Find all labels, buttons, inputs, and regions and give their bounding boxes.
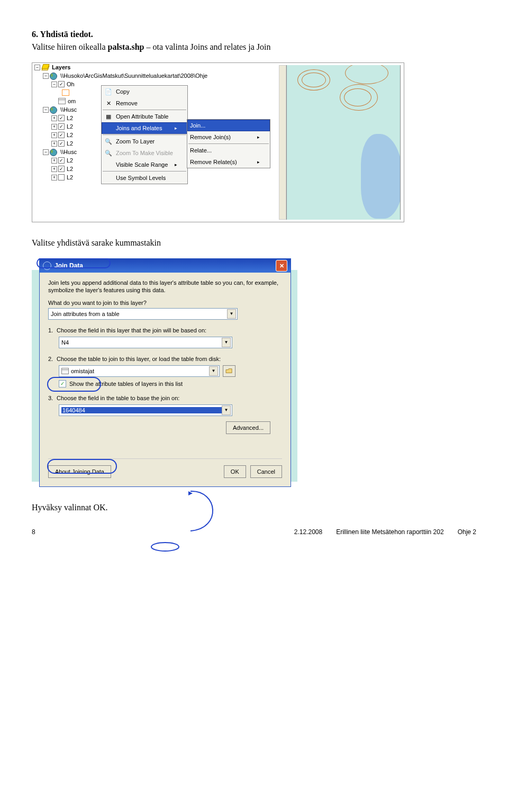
join-dialog-screenshot: Join Data ✕ Join lets you append additio… [32,258,476,487]
menu-separator [188,143,269,144]
expand-icon[interactable] [51,158,57,164]
submenu-item-relate[interactable]: Relate... [187,145,270,156]
intro-paragraph: Valitse hiiren oikealla palsta.shp – ota… [32,42,476,52]
toc-group-1[interactable]: \\Husoko\ArcGisMatskut\Suunnittelualueka… [32,71,277,80]
checkbox-icon[interactable] [58,123,65,130]
combo-value: 1640484 [61,407,222,413]
combo-value: N4 [61,339,222,346]
toc-l2-label: L2 [66,132,73,138]
submenu-item-join[interactable]: Join... [187,120,270,131]
expand-icon[interactable] [51,166,57,172]
menu-label: Copy [116,88,130,95]
expand-icon[interactable] [51,132,57,138]
remove-x-icon: ✕ [104,99,113,107]
svg-point-3 [151,543,179,551]
menu-label: Remove Relate(s) [190,159,237,165]
symbol-swatch-icon [62,89,69,96]
menu-separator [103,171,186,172]
open-file-button[interactable] [223,365,235,377]
checkbox-icon[interactable] [58,140,65,147]
chevron-down-icon[interactable]: ▼ [222,405,231,415]
expand-icon[interactable] [43,73,49,79]
menu-item-zoom-layer[interactable]: 🔍Zoom To Layer [102,136,187,147]
expand-icon[interactable] [51,124,57,130]
join-dialog: Join Data ✕ Join lets you append additio… [39,258,291,487]
toc-layers-label: Layers [51,64,70,70]
expand-icon[interactable] [43,149,49,155]
checkbox-icon[interactable] [58,166,65,172]
advanced-button[interactable]: Advanced... [226,421,270,434]
expand-icon[interactable] [34,65,40,70]
menu-item-zoom-visible: 🔍Zoom To Make Visible [102,147,187,159]
menu-label: Open Attribute Table [116,113,168,120]
step-3-text: Choose the field in the table to base th… [57,395,179,401]
footer-date: 2.12.2008 [294,528,322,536]
mid-paragraph: Valitse yhdistävä sarake kummastakin [32,238,476,248]
checkbox-icon[interactable] [58,174,65,181]
open-folder-icon [225,368,233,374]
expand-icon[interactable] [51,115,57,121]
field-3-combo[interactable]: 1640484 ▼ [59,404,232,416]
checkbox-icon[interactable] [58,115,65,121]
expand-icon[interactable] [43,107,49,113]
field-1-combo[interactable]: N4 ▼ [59,337,232,348]
menu-label: Use Symbol Levels [116,175,166,181]
expand-icon[interactable] [51,82,57,87]
close-button[interactable]: ✕ [276,260,287,272]
join-question: What do you want to join to this layer? [48,300,282,306]
checkbox-icon[interactable] [58,132,65,138]
expand-icon[interactable] [51,141,57,147]
layers-icon [41,64,50,71]
cancel-button[interactable]: Cancel [250,465,282,478]
menu-item-symbol-levels[interactable]: Use Symbol Levels [102,172,187,184]
table-icon [58,98,66,104]
show-attr-checkbox[interactable] [59,380,66,387]
step-1-text: Choose the field in this layer that the … [57,327,206,333]
submenu-item-remove-join[interactable]: Remove Join(s) [187,131,270,143]
menu-label: Visible Scale Range [116,161,168,168]
page-number: 8 [32,528,35,536]
chevron-down-icon[interactable]: ▼ [209,366,218,376]
expand-icon[interactable] [51,175,57,181]
menu-label: Relate... [190,147,212,154]
step-3: 3.Choose the field in the table to base … [48,395,282,416]
dialog-title: Join Data [55,262,83,269]
menu-label: Join... [190,122,205,129]
menu-item-joins-relates[interactable]: Joins and Relates [102,122,187,134]
show-attr-label: Show the attribute tables of layers in t… [69,381,183,387]
checkbox-icon[interactable] [58,81,65,87]
globe-icon [50,148,58,156]
intro-text-2: – ota valinta Joins and relates ja Join [144,42,270,51]
page-footer: 8 2.12.2008 Erillinen liite Metsätehon r… [32,528,476,536]
menu-label: Remove [116,100,138,106]
menu-item-remove[interactable]: ✕Remove [102,97,187,109]
toc-l2-label: L2 [66,166,73,172]
step-2: 2.Choose the table to join to this layer… [48,356,282,387]
map-preview [279,63,404,222]
zoom-visible-icon: 🔍 [104,149,113,157]
intro-filename: palsta.shp [108,42,144,51]
chevron-down-icon[interactable]: ▼ [222,338,231,347]
approve-paragraph: Hyväksy valinnat OK. [32,503,476,512]
join-type-combo[interactable]: Join attributes from a table ▼ [48,308,238,320]
combo-value: Join attributes from a table [51,311,227,317]
checkbox-icon[interactable] [58,157,65,164]
globe-icon [50,72,58,79]
context-menu: 📄Copy ✕Remove ▦Open Attribute Table Join… [101,85,188,184]
toc-group-2-label: \\Husc [59,106,77,113]
blank-icon [104,124,113,132]
toc-table-label: om [67,98,76,104]
menu-item-scale-range[interactable]: Visible Scale Range [102,159,187,170]
menu-item-copy[interactable]: 📄Copy [102,86,187,97]
section-heading: 6. Yhdistä tiedot. [32,30,476,39]
about-joining-button[interactable]: About Joining Data [48,465,111,478]
menu-item-open-attribute[interactable]: ▦Open Attribute Table [102,111,187,122]
dialog-icon [43,261,51,270]
ok-button[interactable]: OK [224,465,246,478]
chevron-down-icon[interactable]: ▼ [227,309,236,319]
globe-icon [50,106,58,113]
scrollbar[interactable] [279,65,286,220]
toc-layers-root[interactable]: Layers [32,63,277,71]
submenu-item-remove-relate[interactable]: Remove Relate(s) [187,156,270,168]
table-combo[interactable]: omistajat ▼ [59,365,220,377]
